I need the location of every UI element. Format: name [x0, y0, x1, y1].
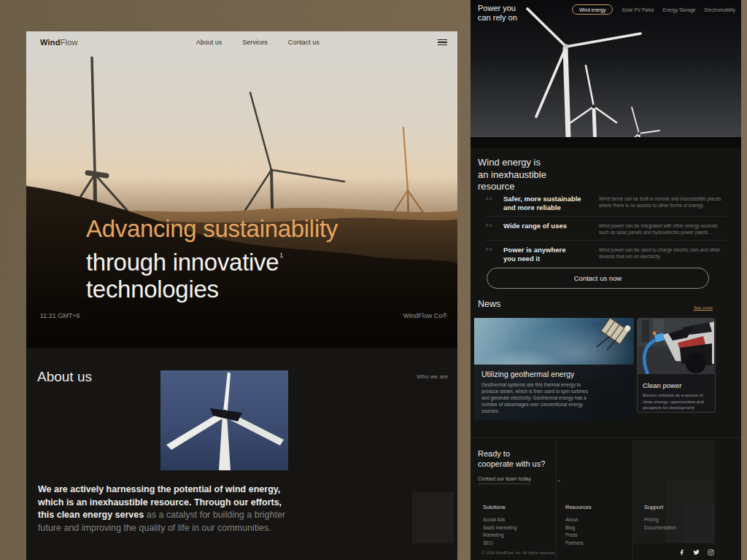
news-card-clean-power[interactable]: Clean power Electric vehicles as a sourc… — [637, 318, 716, 413]
footer-column-title: Resources — [565, 504, 592, 510]
local-time: 11:21 GMT+6 — [40, 312, 80, 319]
nav-contact-us[interactable]: Contact us — [288, 39, 320, 46]
news-card-description: Electric vehicles as a source of clean e… — [643, 392, 710, 411]
main-nav: About us Services Contact us — [78, 39, 438, 46]
footer-link-documentation[interactable]: Documentation — [644, 524, 676, 532]
news-card-title: Utilizing geothermal energy — [481, 370, 627, 378]
logo[interactable]: WindFlow — [40, 38, 78, 47]
tab-wind-energy[interactable]: Wind energy — [572, 4, 614, 15]
tab-energy-storage[interactable]: Energy Storage — [663, 7, 696, 12]
site-header: WindFlow About us Services Contact us — [26, 31, 457, 53]
news-card-body: Clean power Electric vehicles as a sourc… — [638, 377, 715, 411]
footer-link-press[interactable]: Press — [565, 532, 592, 540]
turbine-photo — [160, 370, 288, 470]
right-hero-title: Power you can rely on — [478, 4, 517, 23]
footer-link-pricing[interactable]: Pricing — [644, 516, 676, 524]
footer-divider — [632, 438, 633, 560]
contact-us-now-button[interactable]: Contact us now — [487, 268, 709, 289]
hero-section: WindFlow About us Services Contact us Ad… — [26, 31, 457, 348]
about-paragraph: We are actively harnessing the potential… — [38, 483, 299, 534]
footer-column-title: Support — [644, 504, 676, 510]
decorative-step — [683, 504, 715, 543]
footer-heading: Ready to cooperate with us? — [478, 448, 545, 469]
hero-title-line2: through innovative1 — [86, 242, 338, 276]
feature-number: 0.2 — [486, 222, 503, 236]
category-nav: Wind energy Solar PV Parks Energy Storag… — [572, 4, 735, 15]
copyright: © 2024 WindFlow, Inc. All rights reserve… — [481, 551, 554, 555]
twitter-icon[interactable] — [693, 549, 700, 556]
footer-column-solutions: Solutions Social Ads SaaS marketing Mark… — [483, 504, 516, 547]
ev-charging-image — [638, 319, 714, 374]
footer-link-marketing[interactable]: Marketing — [483, 532, 516, 540]
tab-solar-pv-parks[interactable]: Solar PV Parks — [622, 7, 654, 12]
news-card-caption: Utilizing geothermal energy Geothermal s… — [474, 365, 634, 420]
footer-link-blog[interactable]: Blog — [565, 524, 592, 532]
footer-divider — [556, 438, 557, 560]
hero-title-line3: technologies — [86, 276, 338, 303]
who-we-are-label: Who we are — [417, 373, 448, 380]
decorative-block — [412, 492, 454, 543]
footer-link-seo[interactable]: SEO — [483, 540, 516, 548]
arrow-right-icon: → — [554, 476, 562, 483]
see-more-link[interactable]: See more — [694, 306, 713, 310]
features-list: 0.1 Safer, more sustainable and more rel… — [486, 190, 727, 267]
footer: Ready to cooperate with us? Contact our … — [471, 438, 741, 560]
footer-column-resources: Resources About Blog Press Partners — [565, 504, 592, 547]
footer-link-social-ads[interactable]: Social Ads — [483, 516, 516, 524]
secondary-page: Power you can rely on Wind energy Solar … — [471, 0, 741, 560]
hamburger-menu-icon[interactable] — [438, 39, 447, 46]
hero-title-accent: Advancing sustainability — [86, 215, 338, 242]
hero-meta-row: 11:21 GMT+6 WindFlow Co® — [40, 312, 447, 319]
footer-column-title: Solutions — [483, 504, 516, 510]
feature-title: Power is anywhere you need it — [503, 246, 599, 262]
footnote-marker: 1 — [279, 252, 283, 259]
feature-title: Wide range of uses — [503, 222, 599, 236]
feature-row: 0.1 Safer, more sustainable and more rel… — [486, 190, 727, 216]
logo-light: Flow — [61, 38, 78, 47]
hero-title: Advancing sustainability through innovat… — [86, 215, 338, 303]
right-hero-section: Power you can rely on Wind energy Solar … — [471, 0, 741, 148]
about-section: About us Who we are We are actively harn… — [26, 348, 457, 560]
feature-number: 0.3 — [486, 246, 503, 262]
footer-column-support: Support Pricing Documentation — [644, 504, 676, 532]
features-heading: Wind energy is an inexhaustible resource — [478, 157, 546, 193]
contact-team-link[interactable]: Contact our team today → — [478, 476, 562, 484]
nav-services[interactable]: Services — [242, 39, 268, 46]
news-card-description: Geothermal systems use this thermal ener… — [481, 381, 595, 414]
logo-bold: Wind — [40, 38, 61, 47]
about-heading: About us — [37, 369, 92, 385]
footer-link-about[interactable]: About — [565, 516, 592, 524]
news-card-geothermal[interactable]: Utilizing geothermal energy Geothermal s… — [474, 318, 634, 420]
news-card-title: Clean power — [643, 381, 710, 389]
facebook-icon[interactable] — [678, 549, 685, 556]
feature-description: Wind power can be integrated with other … — [599, 222, 727, 236]
brand-mark: WindFlow Co® — [403, 312, 447, 319]
feature-row: 0.2 Wide range of uses Wind power can be… — [486, 216, 727, 240]
footer-link-partners[interactable]: Partners — [565, 540, 592, 548]
nav-about-us[interactable]: About us — [196, 39, 222, 46]
tab-electromobility[interactable]: Electromobility — [705, 7, 735, 12]
feature-title: Safer, more sustainable and more reliabl… — [503, 195, 599, 211]
footer-link-saas-marketing[interactable]: SaaS marketing — [483, 524, 516, 532]
feature-description: Wind power can be used to charge electri… — [599, 246, 727, 262]
feature-description: Wind farms can be built in remote and in… — [599, 195, 727, 211]
feature-number: 0.1 — [486, 195, 503, 211]
ground-strip — [471, 137, 741, 148]
instagram-icon[interactable] — [708, 549, 714, 556]
contact-team-label: Contact our team today — [478, 476, 531, 484]
feature-row: 0.3 Power is anywhere you need it Wind p… — [486, 240, 727, 267]
social-links — [678, 549, 714, 556]
news-heading: News — [478, 299, 500, 309]
turbine-closeup-illustration — [160, 370, 288, 470]
desktop-page: WindFlow About us Services Contact us Ad… — [26, 31, 457, 560]
